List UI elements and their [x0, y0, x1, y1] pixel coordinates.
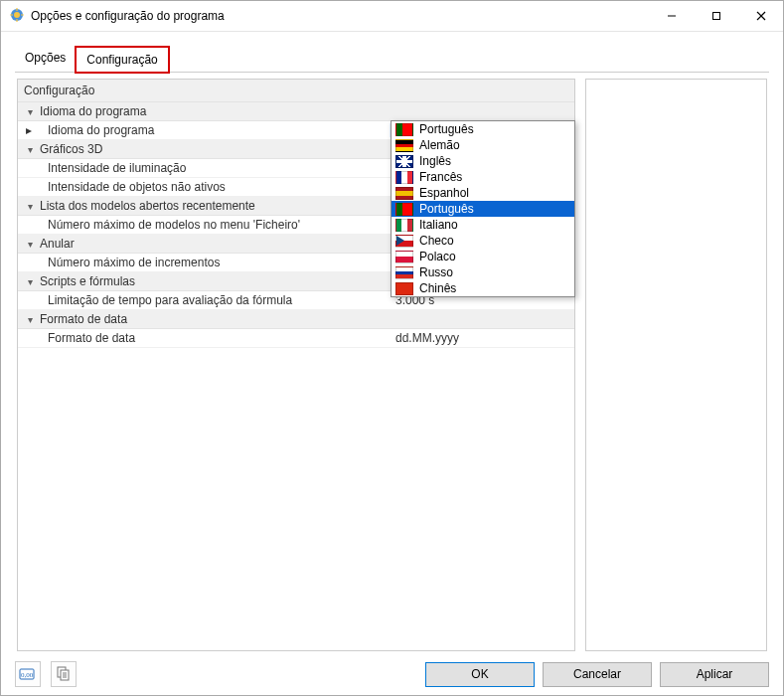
- language-option-fr[interactable]: Francês: [392, 169, 574, 185]
- copy-settings-button[interactable]: [51, 661, 77, 687]
- flag-icon-cn: [395, 282, 413, 295]
- language-option-pt[interactable]: Português: [392, 121, 574, 137]
- chevron-down-icon: ▾: [28, 106, 38, 117]
- app-icon: [9, 7, 25, 26]
- language-option-label: Checo: [419, 234, 454, 248]
- language-option-label: Chinês: [419, 281, 456, 295]
- flag-icon-it: [395, 219, 413, 232]
- language-option-label: Português: [419, 122, 474, 136]
- window-title: Opções e configuração do programa: [31, 9, 225, 23]
- preview-panel: [585, 79, 767, 651]
- language-option-label: Italiano: [419, 218, 458, 232]
- units-button[interactable]: 0,00: [15, 661, 41, 687]
- tab-bar: Opções Configuração: [15, 46, 769, 73]
- chevron-down-icon: ▾: [28, 201, 38, 212]
- apply-button[interactable]: Aplicar: [660, 662, 769, 687]
- language-option-label: Português: [419, 202, 474, 216]
- svg-point-1: [14, 12, 20, 18]
- language-dropdown[interactable]: PortuguêsAlemãoInglêsFrancêsEspanholPort…: [391, 120, 575, 297]
- language-option-it[interactable]: Italiano: [392, 217, 574, 233]
- language-option-label: Francês: [419, 170, 462, 184]
- language-option-de[interactable]: Alemão: [392, 137, 574, 153]
- window: Opções e configuração do programa Opções…: [0, 0, 784, 696]
- chevron-down-icon: ▾: [28, 239, 38, 250]
- tab-configuration[interactable]: Configuração: [76, 47, 168, 73]
- flag-icon-uk: [395, 155, 413, 168]
- language-option-label: Inglês: [419, 154, 451, 168]
- current-row-indicator-icon: ▸: [18, 123, 40, 137]
- language-option-label: Polaco: [419, 250, 456, 263]
- language-option-es[interactable]: Espanhol: [392, 185, 574, 201]
- language-option-uk[interactable]: Inglês: [392, 153, 574, 169]
- flag-icon-cz: [395, 235, 413, 248]
- language-option-ru[interactable]: Russo: [392, 264, 574, 280]
- flag-icon-pt: [395, 123, 413, 136]
- cancel-button[interactable]: Cancelar: [543, 662, 652, 687]
- tab-options[interactable]: Opções: [15, 46, 76, 72]
- grid-header: Configuração: [18, 80, 574, 102]
- flag-icon-es: [395, 187, 413, 200]
- language-option-label: Espanhol: [419, 186, 469, 200]
- svg-text:0,00: 0,00: [21, 671, 34, 679]
- chevron-down-icon: ▾: [28, 276, 38, 287]
- minimize-button[interactable]: [649, 1, 694, 31]
- language-option-cz[interactable]: Checo: [392, 233, 574, 249]
- flag-icon-pt: [395, 203, 413, 216]
- maximize-button[interactable]: [694, 1, 738, 31]
- chevron-down-icon: ▾: [28, 314, 38, 325]
- category-dateformat[interactable]: ▾ Formato de data: [18, 310, 574, 329]
- svg-rect-3: [712, 13, 719, 20]
- close-button[interactable]: [738, 1, 783, 31]
- property-grid: Configuração ▾ Idioma do programa ▸ Idio…: [17, 79, 575, 651]
- language-option-pl[interactable]: Polaco: [392, 249, 574, 264]
- bottom-bar: 0,00 OK Cancelar Aplicar: [1, 653, 783, 695]
- language-option-cn[interactable]: Chinês: [392, 280, 574, 296]
- titlebar: Opções e configuração do programa: [1, 1, 783, 32]
- language-option-label: Alemão: [419, 138, 460, 152]
- language-option-pt[interactable]: Português: [392, 201, 574, 217]
- language-option-label: Russo: [419, 265, 453, 279]
- flag-icon-de: [395, 139, 413, 152]
- flag-icon-ru: [395, 266, 413, 279]
- flag-icon-fr: [395, 171, 413, 184]
- chevron-down-icon: ▾: [28, 144, 38, 155]
- flag-icon-pl: [395, 251, 413, 263]
- ok-button[interactable]: OK: [425, 662, 535, 687]
- category-language[interactable]: ▾ Idioma do programa: [18, 102, 574, 121]
- row-dateformat[interactable]: Formato de data dd.MM.yyyy: [18, 329, 574, 348]
